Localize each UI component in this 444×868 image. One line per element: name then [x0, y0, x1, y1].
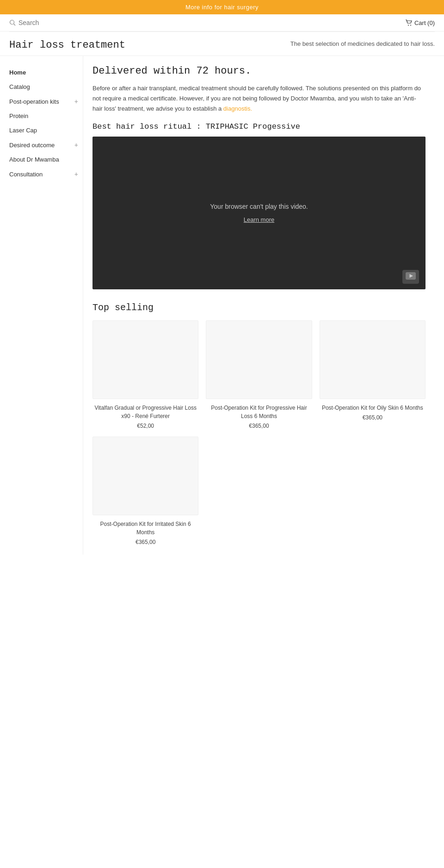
sidebar-expand-icon: +: [74, 98, 78, 105]
svg-point-3: [410, 25, 411, 26]
search-input[interactable]: [18, 19, 99, 26]
sidebar-item-label: Desired outcome: [9, 142, 55, 149]
search-icon: [9, 19, 16, 26]
product-name-2: Post-Operation Kit for Progressive Hair …: [206, 404, 312, 420]
site-title-row: Hair loss treatment The best selection o…: [0, 32, 444, 56]
video-cant-play-text: Your browser can't play this video.: [210, 200, 308, 213]
product-image-1: [92, 320, 198, 399]
sidebar-item-laser-cap[interactable]: Laser Cap: [9, 123, 78, 137]
intro-paragraph: Before or after a hair transplant, medic…: [92, 83, 426, 114]
video-container[interactable]: Your browser can't play this video. Lear…: [92, 137, 426, 289]
search-area[interactable]: [9, 19, 99, 26]
sidebar-expand-icon: +: [74, 170, 78, 178]
sidebar-item-desired-outcome[interactable]: Desired outcome +: [9, 137, 78, 152]
sidebar-expand-icon: +: [74, 141, 78, 149]
cart-icon: [405, 19, 413, 26]
sidebar: Home Catalog Post-operation kits + Prote…: [9, 56, 83, 555]
sidebar-item-about-dr-mwamba[interactable]: About Dr Mwamba: [9, 152, 78, 167]
sidebar-item-label: Laser Cap: [9, 127, 37, 134]
sidebar-item-label: Home: [9, 69, 26, 76]
products-grid-row2: Post-Operation Kit for Irritated Skin 6 …: [92, 437, 426, 545]
product-price-3: €365,00: [363, 414, 382, 421]
header: Cart (0): [0, 14, 444, 31]
main-layout: Home Catalog Post-operation kits + Prote…: [0, 56, 444, 555]
cart-area[interactable]: Cart (0): [405, 19, 435, 26]
product-image-2: [206, 320, 312, 399]
top-banner[interactable]: More info for hair surgery: [0, 0, 444, 14]
intro-text-part1: Before or after a hair transplant, medic…: [92, 85, 421, 112]
product-price-4: €365,00: [136, 539, 155, 545]
svg-line-1: [14, 24, 16, 26]
product-card-4[interactable]: Post-Operation Kit for Irritated Skin 6 …: [92, 437, 198, 545]
youtube-icon: [402, 270, 419, 284]
product-name-3: Post-Operation Kit for Oily Skin 6 Month…: [322, 404, 423, 412]
product-card-3[interactable]: Post-Operation Kit for Oily Skin 6 Month…: [320, 320, 426, 429]
product-name-1: Vitalfan Gradual or Progressive Hair Los…: [92, 404, 198, 420]
main-content: Delivered within 72 hours. Before or aft…: [83, 56, 435, 555]
product-image-4: [92, 437, 198, 515]
site-title: Hair loss treatment: [9, 39, 125, 51]
video-message: Your browser can't play this video. Lear…: [210, 200, 308, 226]
sidebar-item-label: Catalog: [9, 83, 30, 90]
sidebar-item-label: Consultation: [9, 171, 43, 178]
product-price-1: €52,00: [137, 423, 154, 429]
sidebar-item-label: Protein: [9, 112, 28, 119]
sidebar-item-protein[interactable]: Protein: [9, 109, 78, 123]
product-card-1[interactable]: Vitalfan Gradual or Progressive Hair Los…: [92, 320, 198, 429]
svg-point-0: [10, 20, 14, 25]
sidebar-item-consultation[interactable]: Consultation +: [9, 167, 78, 181]
sidebar-item-catalog[interactable]: Catalog: [9, 80, 78, 94]
ritual-heading: Best hair loss ritual : TRIPHASIC Proges…: [92, 122, 426, 131]
banner-text: More info for hair surgery: [185, 4, 259, 11]
product-name-4: Post-Operation Kit for Irritated Skin 6 …: [92, 520, 198, 537]
delivery-heading: Delivered within 72 hours.: [92, 65, 426, 77]
site-tagline: The best selection of medicines dedicate…: [290, 39, 435, 49]
product-card-5: [206, 437, 312, 545]
product-card-2[interactable]: Post-Operation Kit for Progressive Hair …: [206, 320, 312, 429]
sidebar-item-label: About Dr Mwamba: [9, 156, 59, 163]
cart-label: Cart (0): [414, 19, 435, 26]
sidebar-item-post-operation-kits[interactable]: Post-operation kits +: [9, 94, 78, 109]
svg-point-2: [408, 25, 409, 26]
sidebar-item-label: Post-operation kits: [9, 98, 59, 105]
product-image-3: [320, 320, 426, 399]
product-card-6: [320, 437, 426, 545]
top-selling-heading: Top selling: [92, 302, 426, 313]
learn-more-link[interactable]: Learn more: [244, 216, 274, 223]
diagnostis-link[interactable]: diagnostis.: [223, 105, 252, 112]
product-price-2: €365,00: [249, 423, 269, 429]
products-grid-row1: Vitalfan Gradual or Progressive Hair Los…: [92, 320, 426, 429]
sidebar-item-home[interactable]: Home: [9, 65, 78, 80]
